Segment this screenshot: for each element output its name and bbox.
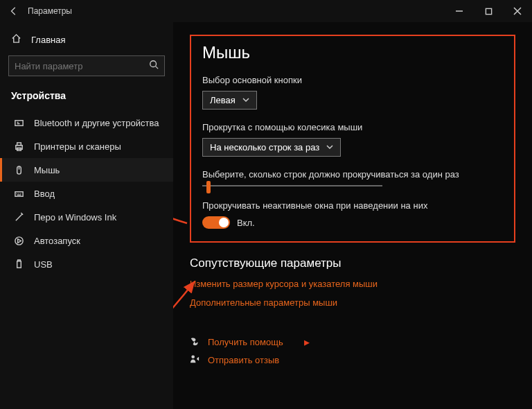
keyboard-icon: [13, 188, 24, 199]
pen-icon: [13, 211, 24, 223]
help-icon: [190, 337, 201, 348]
sidebar-item-label: Ввод: [34, 189, 55, 199]
autoplay-icon: [13, 235, 24, 246]
page-title: Мышь: [202, 43, 503, 62]
window-title: Параметры: [28, 6, 72, 16]
category-label: Устройства: [0, 86, 173, 111]
arrow-annotation-icon: ▸: [304, 336, 310, 349]
scroll-wheel-label: Прокрутка с помощью колесика мыши: [202, 122, 503, 132]
scroll-wheel-dropdown[interactable]: На несколько строк за раз: [202, 138, 341, 157]
sidebar-item-printers[interactable]: Принтеры и сканеры: [0, 134, 173, 158]
sidebar-item-label: Принтеры и сканеры: [34, 141, 121, 152]
svg-point-1: [150, 61, 157, 67]
search-box[interactable]: [8, 55, 165, 76]
lines-slider[interactable]: [202, 185, 382, 186]
minimize-button[interactable]: [445, 0, 474, 22]
inactive-windows-toggle[interactable]: [202, 216, 230, 229]
toggle-state-label: Вкл.: [237, 218, 255, 228]
toggle-knob: [219, 218, 229, 227]
sidebar-item-autoplay[interactable]: Автозапуск: [0, 229, 173, 252]
bluetooth-icon: [13, 117, 24, 128]
svg-rect-9: [17, 261, 21, 267]
annotation-highlight: Мышь Выбор основной кнопки Левая Прокрут…: [190, 35, 515, 243]
link-additional-mouse[interactable]: Дополнительные параметры мыши: [190, 297, 515, 308]
primary-button-dropdown[interactable]: Левая: [202, 91, 257, 110]
link-cursor-size[interactable]: Изменить размер курсора и указателя мыши: [190, 279, 515, 289]
inactive-windows-label: Прокручивать неактивные окна при наведен…: [202, 200, 503, 211]
sidebar-item-label: Автозапуск: [34, 236, 80, 246]
search-icon: [149, 60, 159, 72]
sidebar-item-typing[interactable]: Ввод: [0, 182, 173, 205]
printer-icon: [13, 141, 24, 152]
home-label: Главная: [31, 35, 65, 45]
main-panel: Мышь Выбор основной кнопки Левая Прокрут…: [173, 22, 532, 409]
related-settings-heading: Сопутствующие параметры: [190, 256, 515, 270]
maximize-button[interactable]: [474, 0, 503, 22]
sidebar-item-bluetooth[interactable]: Bluetooth и другие устройства: [0, 111, 173, 134]
sidebar-item-mouse[interactable]: Мышь: [0, 158, 173, 182]
lines-label: Выберите, сколько строк должно прокручив…: [202, 169, 503, 180]
home-link[interactable]: Главная: [0, 29, 173, 50]
slider-thumb[interactable]: [206, 181, 211, 193]
dropdown-value: На несколько строк за раз: [210, 142, 319, 153]
svg-rect-4: [17, 142, 21, 145]
svg-point-10: [191, 355, 195, 358]
mouse-icon: [13, 164, 24, 175]
dropdown-value: Левая: [210, 95, 236, 105]
chevron-down-icon: [242, 95, 249, 105]
link-feedback[interactable]: Отправить отзыв: [208, 355, 279, 365]
link-get-help[interactable]: Получить помощь: [208, 337, 283, 347]
close-button[interactable]: [503, 0, 532, 22]
sidebar-item-pen[interactable]: Перо и Windows Ink: [0, 205, 173, 229]
sidebar-item-usb[interactable]: USB: [0, 252, 173, 276]
usb-icon: [13, 259, 24, 270]
feedback-icon: [190, 354, 201, 365]
search-input[interactable]: [15, 61, 149, 71]
back-button[interactable]: [0, 0, 28, 22]
sidebar-item-label: Мышь: [34, 165, 60, 175]
svg-rect-0: [486, 8, 491, 14]
sidebar: Главная Устройства Bluetooth и другие ус…: [0, 22, 173, 409]
sidebar-item-label: Bluetooth и другие устройства: [34, 118, 159, 128]
sidebar-item-label: Перо и Windows Ink: [34, 212, 116, 223]
primary-button-label: Выбор основной кнопки: [202, 75, 503, 85]
svg-rect-2: [15, 120, 22, 125]
sidebar-item-label: USB: [34, 259, 53, 270]
chevron-down-icon: [326, 142, 333, 153]
home-icon: [11, 33, 21, 46]
